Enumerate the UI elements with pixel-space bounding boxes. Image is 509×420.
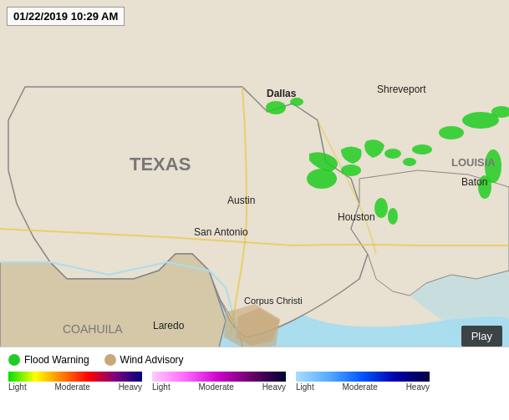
flood-warning-legend-item: Flood Warning: [8, 354, 89, 366]
pink-bar-moderate: Moderate: [199, 382, 234, 392]
svg-point-6: [403, 158, 416, 166]
corpus-christi-label: Corpus Christi: [244, 296, 303, 306]
svg-point-11: [374, 198, 388, 218]
baton-rouge-label: Baton: [461, 176, 487, 188]
map-container: Dallas Shreveport Baton Austin Houston S…: [0, 0, 509, 420]
radar-bar-green: Light Moderate Heavy: [8, 372, 142, 392]
wind-advisory-label: Wind Advisory: [120, 354, 184, 366]
green-bar-labels: Light Moderate Heavy: [8, 382, 142, 392]
houston-label: Houston: [338, 211, 375, 223]
pink-gradient-bar: [152, 372, 286, 382]
timestamp: 01/22/2019 10:29 AM: [7, 7, 125, 26]
green-bar-light: Light: [8, 382, 27, 392]
green-gradient-bar: [8, 372, 142, 382]
shreveport-label: Shreveport: [377, 83, 426, 95]
pink-bar-heavy: Heavy: [262, 382, 286, 392]
coahuila-state-label: COAHUILA: [63, 322, 123, 336]
flood-warning-icon: [8, 354, 20, 366]
flood-warning-label: Flood Warning: [24, 354, 89, 366]
svg-point-12: [388, 208, 398, 225]
legend-bars: Light Moderate Heavy Light Moderate Heav…: [8, 372, 501, 392]
svg-point-5: [384, 149, 401, 159]
legend: Flood Warning Wind Advisory Light Modera…: [0, 347, 509, 420]
blue-bar-light: Light: [296, 382, 314, 392]
wind-advisory-icon: [104, 354, 116, 366]
radar-bar-blue: Light Moderate Heavy: [296, 372, 430, 392]
wind-advisory-legend-item: Wind Advisory: [104, 354, 184, 366]
pink-bar-labels: Light Moderate Heavy: [152, 382, 286, 392]
san-antonio-label: San Antonio: [194, 226, 248, 238]
louisiana-state-label: LOUISIA: [451, 156, 496, 169]
svg-point-1: [266, 101, 286, 114]
svg-point-7: [412, 144, 432, 154]
pink-bar-light: Light: [152, 382, 171, 392]
green-bar-moderate: Moderate: [55, 382, 90, 392]
svg-point-3: [307, 169, 337, 189]
blue-bar-moderate: Moderate: [343, 382, 378, 392]
blue-bar-labels: Light Moderate Heavy: [296, 382, 430, 392]
svg-point-4: [341, 164, 361, 176]
svg-point-8: [439, 126, 464, 139]
play-button[interactable]: Play: [461, 326, 502, 347]
texas-state-label: TEXAS: [130, 154, 191, 175]
green-bar-heavy: Heavy: [119, 382, 142, 392]
blue-bar-heavy: Heavy: [406, 382, 430, 392]
legend-icons: Flood Warning Wind Advisory: [8, 354, 501, 366]
dallas-label: Dallas: [267, 88, 297, 99]
austin-label: Austin: [227, 195, 255, 206]
laredo-label: Laredo: [153, 320, 185, 331]
radar-bar-pink: Light Moderate Heavy: [152, 372, 286, 392]
blue-gradient-bar: [296, 372, 430, 382]
